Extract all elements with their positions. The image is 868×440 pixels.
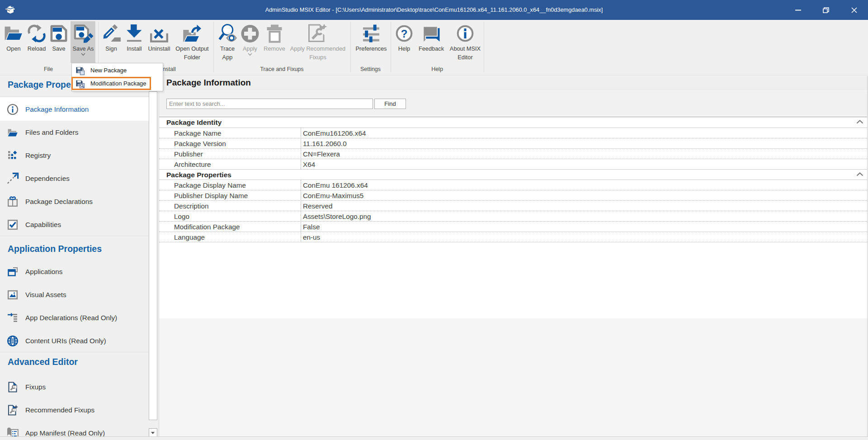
- svg-text:?: ?: [401, 28, 408, 40]
